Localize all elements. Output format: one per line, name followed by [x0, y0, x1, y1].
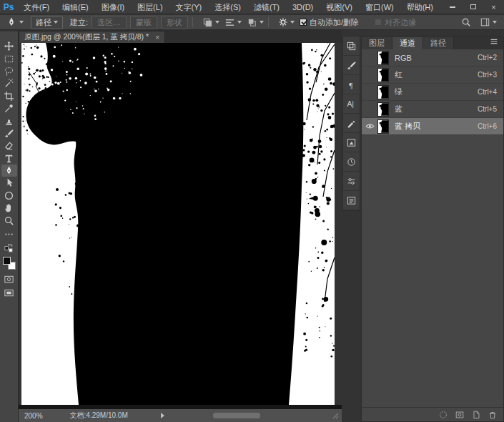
menu-item-2[interactable]: 编辑(E): [56, 0, 95, 14]
svg-text:A|: A|: [347, 100, 354, 108]
dock-panel-paragraph[interactable]: ¶: [343, 75, 360, 94]
hand-tool[interactable]: [1, 202, 17, 214]
dock-panel-brush-settings[interactable]: [343, 56, 360, 75]
menu-item-6[interactable]: 选择(S): [208, 0, 247, 14]
shape-tool[interactable]: [1, 190, 17, 202]
channel-row-红[interactable]: 红Ctrl+3: [362, 67, 503, 84]
path-operations-icon: [202, 17, 213, 28]
magic-wand-tool[interactable]: [1, 77, 17, 89]
svg-text:¶: ¶: [349, 80, 352, 89]
document-canvas[interactable]: [21, 43, 335, 405]
search-icon[interactable]: [461, 17, 471, 27]
resize-grip-icon[interactable]: [332, 412, 339, 419]
tools-panel: [0, 31, 19, 422]
menu-item-5[interactable]: 文字(Y): [169, 0, 209, 14]
dock-panel-character[interactable]: A|: [343, 94, 360, 114]
menu-item-3[interactable]: 图像(I): [95, 0, 131, 14]
channel-thumbnail: [377, 51, 389, 65]
eyedropper-icon: [4, 103, 14, 114]
eraser-tool[interactable]: [1, 139, 17, 152]
horizontal-scrollbar[interactable]: [213, 413, 260, 418]
screen-mode-button[interactable]: [1, 287, 17, 299]
swap-colors-button[interactable]: [1, 242, 17, 254]
make-button-3[interactable]: 形状: [161, 16, 188, 29]
path-selection-tool[interactable]: [1, 177, 17, 189]
tool-preset-picker[interactable]: [0, 15, 26, 29]
channel-row-蓝 拷贝[interactable]: 蓝 拷贝Ctrl+6: [362, 118, 503, 135]
eyedropper-tool[interactable]: [1, 102, 17, 114]
channel-name: 蓝: [395, 104, 478, 114]
load-selection-button[interactable]: [438, 410, 448, 420]
delete-channel-button[interactable]: [488, 410, 498, 420]
foreground-background-colors[interactable]: [3, 257, 16, 270]
save-selection-as-channel-button[interactable]: [455, 410, 465, 420]
align-edges-checkbox[interactable]: 对齐边缘: [375, 17, 416, 28]
pen-icon: [4, 165, 14, 176]
chevron-down-icon: [493, 21, 497, 24]
tool-mode-value: 路径: [36, 17, 51, 28]
new-channel-button[interactable]: [471, 410, 481, 420]
menu-item-7[interactable]: 滤镜(T): [247, 0, 286, 14]
move-tool[interactable]: [1, 40, 17, 52]
tab-close-button[interactable]: ×: [155, 33, 159, 41]
panel-tab-路径[interactable]: 路径: [423, 37, 454, 49]
path-operations-button[interactable]: [202, 17, 219, 28]
channel-row-绿[interactable]: 绿Ctrl+4: [362, 84, 503, 101]
lasso-tool[interactable]: [1, 65, 17, 77]
status-flyout-arrow-icon[interactable]: [161, 413, 164, 418]
workspace-switcher-button[interactable]: [480, 17, 497, 27]
dock-panel-navigator[interactable]: [343, 133, 360, 152]
path-alignment-button[interactable]: [224, 17, 242, 28]
document-tab[interactable]: 原图.jpg @ 200%(图层 1, 蓝 拷贝/8) * ×: [19, 31, 165, 43]
auto-add-delete-checkbox[interactable]: 自动添加/删除: [300, 17, 359, 28]
visibility-eye-icon[interactable]: [362, 123, 377, 129]
dock-panel-brush-presets[interactable]: [343, 114, 360, 133]
make-button-1[interactable]: 选区…: [92, 16, 127, 29]
pen-options-gear-button[interactable]: [278, 17, 295, 27]
menu-item-9[interactable]: 视图(V): [320, 0, 359, 14]
dock-panel-layer-comps[interactable]: [343, 191, 360, 210]
channel-row-RGB[interactable]: RGBCtrl+2: [362, 49, 503, 67]
more-tools-button[interactable]: [1, 228, 17, 240]
type-tool[interactable]: [1, 152, 17, 165]
dock-panel-timeline[interactable]: [343, 152, 360, 172]
pen-tool[interactable]: [1, 165, 17, 177]
layer-comps-icon: [346, 195, 357, 206]
minimize-button[interactable]: [442, 0, 463, 14]
document-tab-strip: 原图.jpg @ 200%(图层 1, 蓝 拷贝/8) * ×: [19, 30, 342, 43]
options-bar: 路径 建立: 选区…蒙版形状 自动添加/删除 对齐边缘: [0, 15, 504, 30]
quick-mask-icon: [4, 274, 14, 285]
menu-item-10[interactable]: 窗口(W): [359, 0, 400, 14]
auto-add-delete-label: 自动添加/删除: [310, 17, 359, 28]
panel-menu-button[interactable]: [489, 36, 503, 49]
tool-mode-select[interactable]: 路径: [31, 16, 63, 29]
maximize-button[interactable]: [463, 0, 483, 14]
chevron-down-icon: [237, 21, 242, 24]
channel-thumbnail: [377, 102, 389, 117]
crop-tool[interactable]: [1, 90, 17, 102]
crop-icon: [4, 91, 14, 102]
make-button-2[interactable]: 蒙版: [130, 16, 157, 29]
dock-panel-clone-source[interactable]: [343, 36, 360, 56]
pen-tool-icon: [6, 16, 17, 28]
menu-item-4[interactable]: 图层(L): [131, 0, 169, 14]
zoom-tool[interactable]: [1, 214, 17, 226]
panel-tab-通道[interactable]: 通道: [392, 37, 423, 49]
dock-panel-adjustments[interactable]: [343, 172, 360, 191]
path-arrangement-button[interactable]: [247, 17, 264, 28]
channel-row-蓝[interactable]: 蓝Ctrl+5: [362, 101, 503, 118]
rectangular-marquee-tool[interactable]: [1, 52, 17, 64]
close-button[interactable]: ×: [483, 0, 504, 14]
brush-tool[interactable]: [1, 127, 17, 139]
hand-icon: [4, 202, 14, 213]
quick-mask-button[interactable]: [1, 273, 17, 285]
save-selection-as-channel-icon: [455, 410, 465, 420]
menu-item-11[interactable]: 帮助(H): [400, 0, 440, 14]
channel-shortcut: Ctrl+5: [478, 105, 503, 113]
clone-stamp-tool[interactable]: [1, 114, 17, 127]
foreground-color-swatch[interactable]: [3, 257, 11, 265]
zoom-level-field[interactable]: 200%: [24, 412, 43, 420]
panel-tab-图层[interactable]: 图层: [362, 37, 392, 49]
menu-item-1[interactable]: 文件(F): [17, 0, 56, 14]
menu-item-8[interactable]: 3D(D): [286, 0, 320, 14]
